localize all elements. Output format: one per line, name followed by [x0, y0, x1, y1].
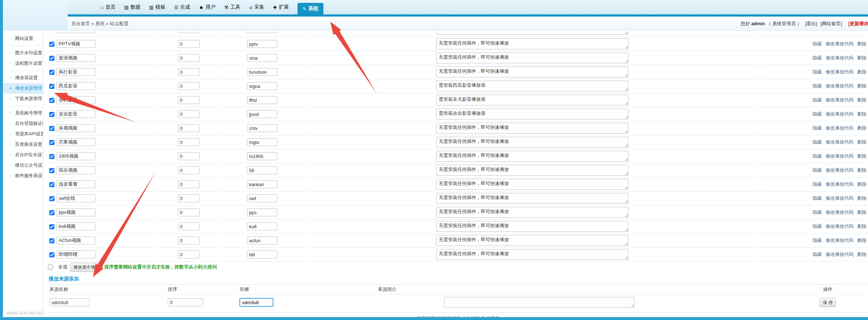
sidebar-item-播放来源管理[interactable]: ●播放来源管理 — [3, 83, 43, 94]
hide-link[interactable]: 隐藏 — [813, 97, 822, 103]
delete-link[interactable]: 删除 — [857, 55, 867, 60]
update-cache-link[interactable]: [更新缓存] — [848, 21, 868, 26]
edit-code-link[interactable]: 修改播放代码 — [826, 125, 854, 131]
hide-link[interactable]: 隐藏 — [813, 55, 822, 60]
delete-link[interactable]: 删除 — [857, 125, 867, 131]
source-desc-textarea[interactable] — [436, 207, 628, 218]
hide-link[interactable]: 隐藏 — [813, 69, 822, 75]
nav-tab-生成[interactable]: ☰生成 — [174, 0, 190, 14]
source-sort-input[interactable] — [178, 208, 200, 216]
select-row-checkbox[interactable] — [49, 56, 54, 61]
site-home-link[interactable]: [网站首页] — [820, 21, 842, 26]
select-row-checkbox[interactable] — [49, 168, 54, 173]
delete-link[interactable]: 删除 — [857, 167, 867, 173]
hide-link[interactable]: 隐藏 — [813, 195, 822, 201]
source-desc-textarea[interactable] — [436, 137, 628, 148]
select-row-checkbox[interactable] — [49, 224, 54, 229]
add-sort-input[interactable] — [168, 298, 203, 306]
add-suffix-input[interactable] — [240, 298, 273, 307]
source-desc-textarea[interactable] — [436, 179, 628, 190]
select-row-checkbox[interactable] — [49, 196, 54, 201]
source-desc-textarea[interactable] — [436, 235, 628, 246]
source-name-input[interactable] — [57, 82, 95, 90]
logout-link[interactable]: [退出] — [805, 21, 817, 26]
delete-link[interactable]: 删除 — [857, 83, 867, 89]
source-name-input[interactable] — [57, 54, 95, 62]
sidebar-item-远程图片设置[interactable]: ○远程图片设置 — [3, 58, 43, 69]
hide-link[interactable]: 隐藏 — [813, 32, 822, 32]
hide-link[interactable]: 隐藏 — [813, 167, 822, 173]
delete-link[interactable]: 删除 — [857, 69, 867, 75]
hide-link[interactable]: 隐藏 — [813, 125, 822, 131]
source-name-input[interactable] — [57, 138, 95, 146]
source-sort-input[interactable] — [178, 82, 200, 90]
delete-link[interactable]: 删除 — [857, 97, 867, 103]
delete-link[interactable]: 删除 — [857, 153, 867, 159]
select-row-checkbox[interactable] — [49, 98, 54, 103]
hide-link[interactable]: 隐藏 — [813, 209, 822, 215]
save-button[interactable]: 保 存 — [820, 298, 836, 307]
hide-link[interactable]: 隐藏 — [813, 111, 822, 117]
edit-code-link[interactable]: 修改播放代码 — [826, 224, 854, 229]
source-code-input[interactable] — [247, 96, 277, 104]
edit-code-link[interactable]: 修改播放代码 — [826, 209, 854, 215]
delete-link[interactable]: 删除 — [857, 252, 867, 257]
source-desc-textarea[interactable] — [436, 221, 628, 232]
hide-link[interactable]: 隐藏 — [813, 238, 822, 243]
nav-tab-数据[interactable]: ▤数据 — [124, 0, 140, 14]
source-name-input[interactable] — [57, 251, 95, 258]
delete-link[interactable]: 删除 — [857, 224, 867, 229]
hide-link[interactable]: 隐藏 — [813, 153, 822, 159]
source-name-input[interactable] — [57, 110, 95, 118]
delete-link[interactable]: 删除 — [857, 195, 867, 201]
source-code-input[interactable] — [247, 110, 277, 118]
select-row-checkbox[interactable] — [49, 42, 54, 47]
edit-code-link[interactable]: 修改播放代码 — [826, 111, 854, 117]
source-code-input[interactable] — [247, 68, 277, 76]
select-row-checkbox[interactable] — [49, 112, 54, 117]
source-desc-textarea[interactable] — [436, 151, 628, 162]
source-name-input[interactable] — [57, 236, 95, 244]
source-code-input[interactable] — [247, 54, 277, 62]
sidebar-item-微信公众号设置[interactable]: ○微信公众号设置 — [3, 160, 43, 171]
edit-code-link[interactable]: 修改播放代码 — [826, 97, 854, 103]
edit-code-link[interactable]: 修改播放代码 — [826, 32, 854, 32]
source-sort-input[interactable] — [178, 110, 200, 118]
modify-selected-button[interactable]: 修改选中项 — [70, 263, 98, 272]
select-row-checkbox[interactable] — [49, 238, 54, 243]
source-code-input[interactable] — [247, 180, 277, 188]
source-sort-input[interactable] — [178, 138, 200, 146]
delete-link[interactable]: 删除 — [857, 41, 867, 46]
source-desc-textarea[interactable] — [436, 95, 628, 105]
source-name-input[interactable] — [57, 124, 95, 132]
source-name-input[interactable] — [57, 32, 95, 33]
source-code-input[interactable] — [247, 236, 277, 244]
delete-link[interactable]: 删除 — [857, 111, 867, 117]
source-name-input[interactable] — [57, 208, 95, 216]
edit-code-link[interactable]: 修改播放代码 — [826, 55, 854, 60]
source-code-input[interactable] — [247, 124, 277, 132]
sidebar-item-资源库API设置[interactable]: ○资源库API设置 — [3, 129, 43, 139]
source-sort-input[interactable] — [178, 222, 200, 230]
source-code-input[interactable] — [247, 82, 277, 90]
edit-code-link[interactable]: 修改播放代码 — [826, 252, 854, 257]
source-code-input[interactable] — [247, 251, 277, 258]
source-sort-input[interactable] — [178, 68, 200, 76]
hide-link[interactable]: 隐藏 — [813, 41, 822, 46]
source-desc-textarea[interactable] — [436, 81, 628, 91]
source-name-input[interactable] — [57, 152, 95, 160]
hide-link[interactable]: 隐藏 — [813, 139, 822, 145]
source-sort-input[interactable] — [178, 152, 200, 160]
source-sort-input[interactable] — [178, 40, 200, 48]
sidebar-item-图片水印设置[interactable]: ○图片水印设置 — [3, 48, 43, 58]
delete-link[interactable]: 删除 — [857, 181, 867, 187]
sidebar-item-邮件服务器设置[interactable]: ○邮件服务器设置 — [3, 171, 43, 181]
source-sort-input[interactable] — [178, 96, 200, 104]
source-code-input[interactable] — [247, 152, 277, 160]
source-code-input[interactable] — [247, 138, 277, 146]
delete-link[interactable]: 删除 — [857, 139, 867, 145]
sidebar-item-下载来源管理[interactable]: ○下载来源管理 — [3, 94, 43, 104]
nav-tab-工具[interactable]: ⚒工具 — [224, 0, 241, 14]
select-row-checkbox[interactable] — [49, 70, 54, 75]
nav-tab-首页[interactable]: ⌂首页 — [101, 0, 116, 14]
